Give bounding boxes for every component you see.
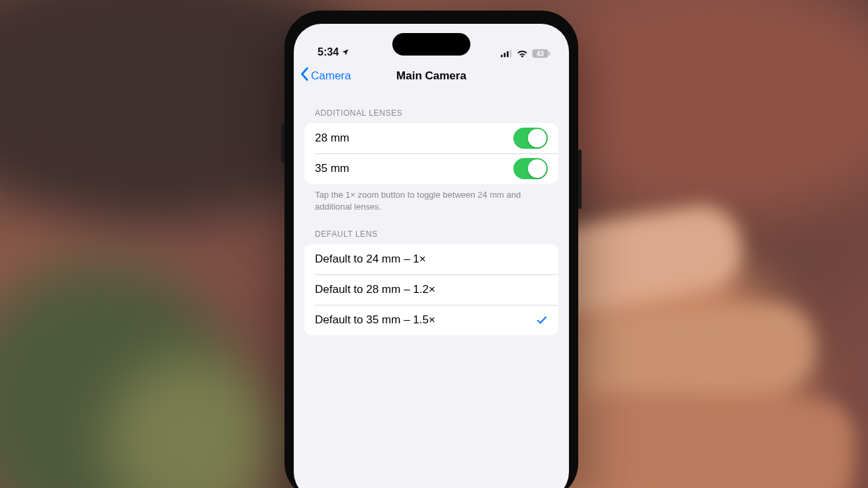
group-additional-lenses: 28 mm 35 mm bbox=[304, 123, 558, 184]
navigation-bar: Camera Main Camera bbox=[294, 61, 569, 91]
status-time: 5:34 bbox=[318, 46, 339, 58]
wifi-icon bbox=[517, 50, 528, 58]
svg-rect-2 bbox=[507, 51, 509, 57]
row-28mm: 28 mm bbox=[304, 123, 558, 153]
iphone-frame: 5:34 bbox=[284, 11, 578, 488]
row-default-35mm[interactable]: Default to 35 mm – 1.5× bbox=[304, 305, 558, 335]
group-default-lens: Default to 24 mm – 1× Default to 28 mm –… bbox=[304, 244, 558, 335]
section-header-additional-lenses: ADDITIONAL LENSES bbox=[304, 91, 558, 123]
row-label: Default to 35 mm – 1.5× bbox=[315, 313, 435, 327]
svg-rect-1 bbox=[504, 53, 506, 57]
row-label: 28 mm bbox=[315, 132, 349, 145]
back-label: Camera bbox=[311, 69, 351, 83]
section-header-default-lens: DEFAULT LENS bbox=[304, 212, 558, 244]
svg-rect-3 bbox=[510, 50, 512, 58]
dynamic-island bbox=[392, 33, 470, 56]
iphone-screen: 5:34 bbox=[294, 24, 569, 488]
battery-icon: 43 bbox=[532, 49, 550, 58]
svg-rect-0 bbox=[501, 55, 503, 58]
section-footer-additional-lenses: Tap the 1× zoom button to toggle between… bbox=[304, 184, 558, 212]
cellular-signal-icon bbox=[501, 50, 513, 58]
back-button[interactable]: Camera bbox=[300, 61, 351, 91]
checkmark-icon bbox=[536, 314, 548, 326]
chevron-left-icon bbox=[300, 67, 310, 85]
settings-content: ADDITIONAL LENSES 28 mm 35 mm Tap the 1×… bbox=[294, 91, 569, 335]
battery-percent: 43 bbox=[532, 50, 548, 58]
row-default-28mm[interactable]: Default to 28 mm – 1.2× bbox=[304, 274, 558, 305]
svg-rect-5 bbox=[549, 52, 550, 56]
row-default-24mm[interactable]: Default to 24 mm – 1× bbox=[304, 244, 558, 274]
row-label: Default to 24 mm – 1× bbox=[315, 253, 426, 266]
row-label: 35 mm bbox=[315, 162, 349, 175]
location-services-icon bbox=[341, 48, 349, 56]
toggle-35mm[interactable] bbox=[513, 158, 548, 179]
toggle-28mm[interactable] bbox=[513, 128, 548, 149]
row-35mm: 35 mm bbox=[304, 153, 558, 184]
page-title: Main Camera bbox=[396, 69, 466, 83]
row-label: Default to 28 mm – 1.2× bbox=[315, 283, 435, 296]
